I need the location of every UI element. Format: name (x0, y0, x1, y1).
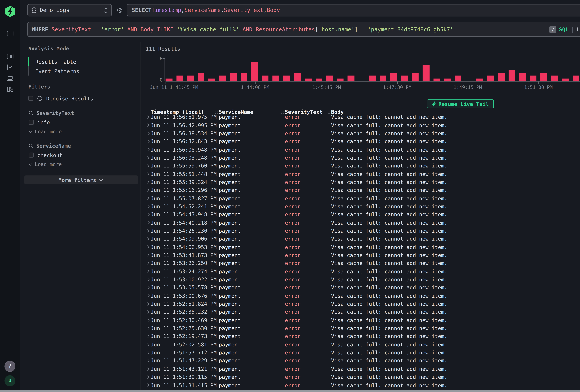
expand-row-chevron-icon[interactable] (145, 319, 150, 321)
log-row[interactable]: Jun 11 1:53:26.250 PMpaymenterrorVisa ca… (145, 259, 580, 267)
log-row[interactable]: Jun 11 1:54:52.241 PMpaymenterrorVisa ca… (145, 202, 580, 210)
log-row[interactable]: Jun 11 1:54:09.906 PMpaymenterrorVisa ca… (145, 235, 580, 243)
log-row[interactable]: Jun 11 1:55:39.324 PMpaymenterrorVisa ca… (145, 178, 580, 186)
log-row[interactable]: Jun 11 1:51:39.115 PMpaymenterrorVisa ca… (145, 373, 580, 381)
denoise-checkbox[interactable] (28, 96, 33, 101)
log-row[interactable]: Jun 11 1:52:02.581 PMpaymenterrorVisa ca… (145, 340, 580, 348)
expand-row-chevron-icon[interactable] (145, 230, 150, 232)
expand-row-chevron-icon[interactable] (145, 181, 150, 183)
source-settings-gear-icon[interactable]: ⚙ (116, 7, 123, 14)
log-row[interactable]: Jun 11 1:55:16.296 PMpaymenterrorVisa ca… (145, 186, 580, 194)
log-row[interactable]: Jun 11 1:56:51.975 PMpaymenterrorVisa ca… (145, 115, 580, 121)
expand-row-chevron-icon[interactable] (145, 294, 150, 297)
log-row[interactable]: Jun 11 1:56:03.248 PMpaymenterrorVisa ca… (145, 153, 580, 161)
severitytext-load-more[interactable]: Load more (28, 129, 136, 134)
lucene-mode-option[interactable]: Lucene (577, 26, 580, 32)
mode-results-table[interactable]: Results Table (28, 57, 136, 66)
search-icon[interactable] (28, 110, 34, 116)
log-row[interactable]: Jun 11 1:56:08.948 PMpaymenterrorVisa ca… (145, 145, 580, 153)
log-row[interactable]: Jun 11 1:53:05.578 PMpaymenterrorVisa ca… (145, 283, 580, 291)
expand-row-chevron-icon[interactable] (145, 351, 150, 354)
help-button[interactable]: ? (4, 361, 15, 372)
expand-row-chevron-icon[interactable] (145, 197, 150, 199)
log-row[interactable]: Jun 11 1:54:26.230 PMpaymenterrorVisa ca… (145, 227, 580, 235)
resume-live-tail-button[interactable]: Resume Live Tail (427, 99, 494, 108)
expand-row-chevron-icon[interactable] (145, 238, 150, 240)
log-row[interactable]: Jun 11 1:56:38.534 PMpaymenterrorVisa ca… (145, 129, 580, 137)
expand-row-chevron-icon[interactable] (145, 173, 150, 175)
horizontal-scrollbar[interactable] (0, 390, 580, 392)
expand-row-chevron-icon[interactable] (145, 221, 150, 224)
log-row[interactable]: Jun 11 1:51:47.229 PMpaymenterrorVisa ca… (145, 357, 580, 365)
where-query-input[interactable]: WHERE SeverityText = 'error' AND Body IL… (27, 22, 580, 37)
expand-row-chevron-icon[interactable] (145, 246, 150, 248)
expand-row-chevron-icon[interactable] (145, 278, 150, 280)
log-row[interactable]: Jun 11 1:53:24.274 PMpaymenterrorVisa ca… (145, 267, 580, 275)
expand-row-chevron-icon[interactable] (145, 189, 150, 191)
facet-option-checkout-checkbox[interactable] (29, 153, 34, 158)
expand-row-chevron-icon[interactable] (145, 205, 150, 207)
expand-row-chevron-icon[interactable] (145, 311, 150, 313)
column-resize-handle-icon[interactable] (327, 110, 331, 114)
log-row[interactable]: Jun 11 1:56:32.843 PMpaymenterrorVisa ca… (145, 137, 580, 145)
sessions-icon[interactable] (0, 73, 20, 84)
log-row[interactable]: Jun 11 1:52:25.630 PMpaymenterrorVisa ca… (145, 324, 580, 332)
scrollbar-thumb[interactable] (0, 390, 580, 392)
log-row[interactable]: Jun 11 1:53:41.873 PMpaymenterrorVisa ca… (145, 251, 580, 259)
expand-row-chevron-icon[interactable] (145, 132, 150, 134)
log-row[interactable]: Jun 11 1:52:19.473 PMpaymenterrorVisa ca… (145, 332, 580, 340)
mode-event-patterns[interactable]: Event Patterns (28, 66, 136, 76)
log-row[interactable]: Jun 11 1:55:59.760 PMpaymenterrorVisa ca… (145, 161, 580, 170)
expand-row-chevron-icon[interactable] (145, 343, 150, 345)
log-row[interactable]: Jun 11 1:55:07.827 PMpaymenterrorVisa ca… (145, 194, 580, 202)
column-header-servicename[interactable]: ServiceName (219, 109, 281, 115)
log-row[interactable]: Jun 11 1:51:57.712 PMpaymenterrorVisa ca… (145, 348, 580, 357)
denoise-results-row[interactable]: Denoise Results (28, 96, 136, 101)
facet-option-info[interactable]: info (28, 119, 136, 125)
servicename-load-more[interactable]: Load more (28, 161, 136, 167)
user-avatar[interactable]: U (4, 375, 15, 386)
column-header-timestamp[interactable]: Timestamp (Local) (151, 109, 215, 115)
expand-row-chevron-icon[interactable] (145, 116, 150, 118)
log-row[interactable]: Jun 11 1:53:10.922 PMpaymenterrorVisa ca… (145, 275, 580, 283)
expand-row-chevron-icon[interactable] (145, 335, 150, 337)
log-row[interactable]: Jun 11 1:54:43.948 PMpaymenterrorVisa ca… (145, 210, 580, 218)
expand-row-chevron-icon[interactable] (145, 376, 150, 378)
log-row[interactable]: Jun 11 1:52:51.824 PMpaymenterrorVisa ca… (145, 300, 580, 308)
expand-row-chevron-icon[interactable] (145, 156, 150, 158)
expand-row-chevron-icon[interactable] (145, 124, 150, 126)
column-resize-handle-icon[interactable] (281, 110, 285, 114)
log-row[interactable]: Jun 11 1:52:35.232 PMpaymenterrorVisa ca… (145, 308, 580, 316)
expand-row-chevron-icon[interactable] (145, 148, 150, 150)
facet-option-checkout[interactable]: checkout (28, 152, 136, 158)
column-resize-handle-icon[interactable] (215, 110, 219, 114)
column-header-body[interactable]: Body (331, 109, 580, 115)
log-row[interactable]: Jun 11 1:54:40.218 PMpaymenterrorVisa ca… (145, 218, 580, 227)
expand-row-chevron-icon[interactable] (145, 360, 150, 362)
facet-option-info-checkbox[interactable] (29, 120, 34, 125)
expand-row-chevron-icon[interactable] (145, 165, 150, 167)
sql-mode-option[interactable]: SQL (559, 26, 569, 32)
expand-row-chevron-icon[interactable] (145, 140, 150, 142)
log-row[interactable]: Jun 11 1:56:42.995 PMpaymenterrorVisa ca… (145, 121, 580, 129)
log-row[interactable]: Jun 11 1:53:00.676 PMpaymenterrorVisa ca… (145, 291, 580, 300)
expand-row-chevron-icon[interactable] (145, 327, 150, 329)
expand-row-chevron-icon[interactable] (145, 254, 150, 256)
log-row[interactable]: Jun 11 1:55:51.448 PMpaymenterrorVisa ca… (145, 170, 580, 178)
expand-row-chevron-icon[interactable] (145, 286, 150, 288)
search-logs-icon[interactable] (0, 51, 20, 62)
expand-row-chevron-icon[interactable] (145, 262, 150, 264)
dashboards-icon[interactable] (0, 84, 20, 94)
expand-row-chevron-icon[interactable] (145, 270, 150, 272)
more-filters-button[interactable]: More filters (24, 175, 138, 184)
expand-row-chevron-icon[interactable] (145, 384, 150, 386)
source-select[interactable]: Demo Logs (27, 4, 112, 16)
chart-explorer-icon[interactable] (0, 62, 20, 72)
expand-row-chevron-icon[interactable] (145, 303, 150, 305)
log-row[interactable]: Jun 11 1:54:06.953 PMpaymenterrorVisa ca… (145, 243, 580, 251)
column-header-severitytext[interactable]: SeverityText (285, 109, 327, 115)
log-row[interactable]: Jun 11 1:51:31.415 PMpaymenterrorVisa ca… (145, 381, 580, 389)
sidebar-toggle-icon[interactable] (0, 28, 20, 39)
log-row[interactable]: Jun 11 1:52:30.469 PMpaymenterrorVisa ca… (145, 316, 580, 324)
hyperdx-logo-icon[interactable] (4, 5, 16, 17)
